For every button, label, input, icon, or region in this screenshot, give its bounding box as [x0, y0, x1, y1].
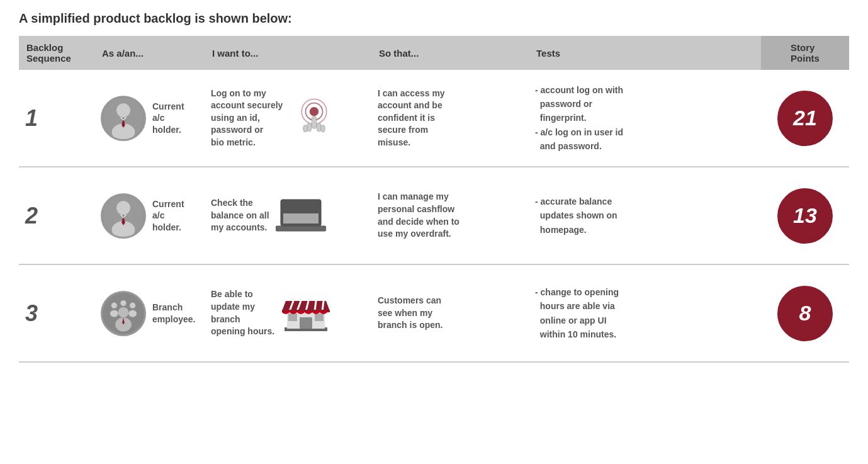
- seq-number-2: 2: [25, 203, 38, 229]
- svg-point-24: [111, 302, 117, 308]
- svg-point-25: [110, 310, 118, 317]
- row-3-as: Branchemployee.: [94, 291, 205, 336]
- row-1-tests-text: - account log on with password or finger…: [535, 85, 623, 152]
- svg-point-26: [120, 300, 126, 305]
- svg-rect-10: [317, 123, 321, 132]
- avatar-group-icon: [103, 291, 144, 336]
- avatar-2: [101, 193, 146, 239]
- row-3-tests: - change to opening hours are able via o…: [529, 285, 761, 342]
- backlog-row-3: 3: [19, 265, 849, 363]
- svg-rect-22: [276, 226, 326, 231]
- row-3-so-text: Customers cansee when mybranch is open.: [378, 295, 442, 330]
- svg-line-42: [315, 301, 316, 311]
- row-2-so-text: I can manage mypersonal cashflowand deci…: [378, 191, 459, 239]
- points-circle-2: 13: [777, 188, 833, 244]
- svg-point-7: [310, 107, 318, 116]
- svg-rect-21: [283, 213, 318, 224]
- avatar-1: [101, 96, 146, 141]
- avatar-3: [101, 291, 146, 336]
- touch-icon: [289, 96, 339, 141]
- intro-text: A simplified product backlog is shown be…: [19, 11, 849, 26]
- backlog-row-1: 1 Current a/cholder. Log on to myaccount…: [19, 70, 849, 167]
- row-1-as-text: Current a/cholder.: [152, 101, 198, 135]
- points-circle-1: 21: [777, 91, 833, 146]
- col-header-so: So that...: [371, 36, 529, 70]
- row-3-points: 8: [761, 286, 849, 341]
- svg-point-14: [116, 201, 130, 215]
- svg-rect-36: [288, 314, 297, 321]
- row-3-seq: 3: [19, 300, 94, 327]
- row-1-want-text: Log on to myaccount securelyusing an id,…: [211, 88, 283, 149]
- svg-rect-8: [312, 116, 317, 128]
- row-2-seq: 2: [19, 203, 94, 229]
- row-2-as: Current a/cholder.: [94, 193, 205, 239]
- svg-point-30: [118, 307, 129, 317]
- svg-point-1: [116, 103, 130, 117]
- row-3-as-text: Branchemployee.: [152, 302, 195, 324]
- page-container: A simplified product backlog is shown be…: [0, 0, 868, 375]
- svg-rect-11: [303, 125, 307, 132]
- row-1-so-text: I can access myaccount and beconfident i…: [378, 88, 445, 147]
- row-2-tests-text: - accurate balance updates shown on home…: [535, 196, 617, 235]
- row-1-want: Log on to myaccount securelyusing an id,…: [205, 88, 371, 149]
- row-3-want-text: Be able toupdate mybranchopening hours.: [211, 288, 274, 337]
- points-circle-3: 8: [777, 286, 833, 341]
- row-1-tests: - account log on with password or finger…: [529, 83, 761, 154]
- shop-icon: [281, 288, 331, 339]
- row-1-so: I can access myaccount and beconfident i…: [371, 88, 529, 149]
- row-3-want: Be able toupdate mybranchopening hours.: [205, 288, 371, 339]
- seq-number-3: 3: [25, 300, 38, 327]
- svg-rect-37: [315, 314, 324, 321]
- col-header-points: StoryPoints: [761, 36, 849, 70]
- row-2-want: Check thebalance on allmy accounts.: [205, 197, 371, 235]
- row-2-want-text: Check thebalance on allmy accounts.: [211, 197, 269, 234]
- svg-rect-9: [308, 123, 312, 132]
- avatar-person-icon: [103, 96, 144, 141]
- row-1-as: Current a/cholder.: [94, 96, 205, 141]
- row-3-tests-text: - change to opening hours are able via o…: [535, 287, 619, 339]
- svg-line-43: [322, 301, 324, 311]
- col-header-as: As a/an...: [94, 36, 205, 70]
- seq-number-1: 1: [25, 105, 38, 132]
- col-header-seq: BacklogSequence: [19, 36, 94, 70]
- svg-rect-12: [321, 125, 325, 132]
- col-header-want: I want to...: [205, 36, 371, 70]
- row-1-points: 21: [761, 91, 849, 146]
- avatar-person-2-icon: [103, 193, 144, 239]
- row-1-seq: 1: [19, 105, 94, 132]
- col-header-tests: Tests: [529, 36, 761, 70]
- row-2-so: I can manage mypersonal cashflowand deci…: [371, 191, 529, 240]
- svg-rect-35: [300, 317, 312, 329]
- row-2-as-text: Current a/cholder.: [152, 198, 198, 233]
- row-2-tests: - accurate balance updates shown on home…: [529, 195, 761, 237]
- backlog-row-2: 2 Current a/cholder. Check thebalance on…: [19, 167, 849, 265]
- table-header: BacklogSequence As a/an... I want to... …: [19, 36, 849, 70]
- row-2-points: 13: [761, 188, 849, 244]
- row-3-so: Customers cansee when mybranch is open.: [371, 295, 529, 332]
- svg-rect-20: [283, 202, 318, 213]
- laptop-icon: [276, 197, 326, 235]
- svg-point-28: [130, 302, 135, 308]
- svg-point-29: [128, 310, 137, 317]
